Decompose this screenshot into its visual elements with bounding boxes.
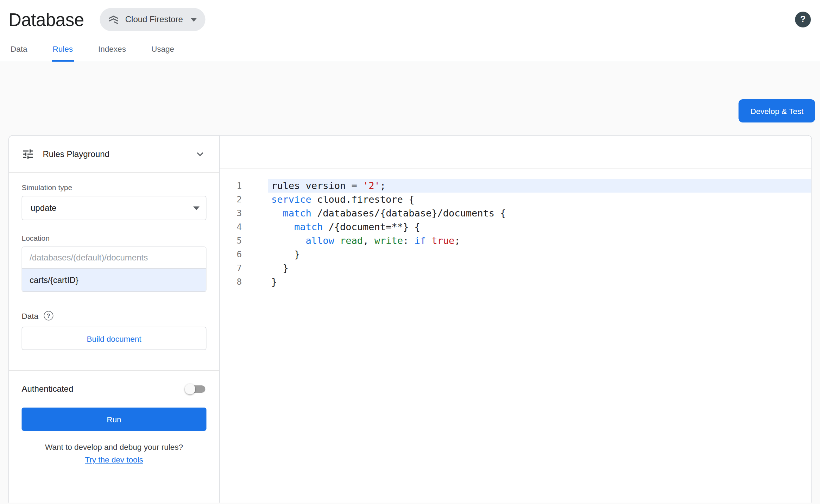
- line-number: 2: [220, 193, 268, 207]
- tab-indexes[interactable]: Indexes: [97, 37, 127, 62]
- code-lines[interactable]: 1rules_version = '2';2service cloud.fire…: [220, 169, 812, 503]
- rules-playground-panel: Rules Playground Simulation type update …: [9, 136, 220, 503]
- tab-usage[interactable]: Usage: [150, 37, 175, 62]
- code-line[interactable]: 6 }: [220, 248, 812, 262]
- dev-tools-section: Want to develop and debug your rules? Tr…: [9, 442, 219, 465]
- line-number: 1: [220, 179, 268, 193]
- code-text: }: [268, 275, 812, 289]
- code-line[interactable]: 5 allow read, write: if true;: [220, 234, 812, 248]
- rules-card: Rules Playground Simulation type update …: [8, 135, 812, 503]
- code-text: allow read, write: if true;: [268, 234, 812, 248]
- code-line[interactable]: 7 }: [220, 262, 812, 275]
- authenticated-row: Authenticated: [9, 371, 219, 405]
- tune-icon: [22, 147, 34, 160]
- code-line[interactable]: 2service cloud.firestore {: [220, 193, 812, 207]
- content-area: Develop & Test Rules Playground Simulati…: [0, 62, 820, 504]
- line-number: 7: [220, 262, 268, 275]
- code-line[interactable]: 8}: [220, 275, 812, 289]
- line-number: 6: [220, 248, 268, 262]
- dropdown-arrow-icon: [193, 206, 200, 210]
- code-text: match /databases/{database}/documents {: [268, 207, 812, 220]
- simulation-type-value: update: [31, 203, 193, 213]
- product-selector[interactable]: Cloud Firestore: [100, 8, 205, 31]
- data-label: Data: [22, 311, 39, 320]
- code-text: }: [268, 262, 812, 275]
- location-field-group: /databases/(default)/documents: [22, 247, 207, 292]
- simulation-type-label: Simulation type: [22, 183, 207, 192]
- run-wrap: Run: [9, 405, 219, 431]
- toggle-thumb: [185, 384, 195, 395]
- page-header: Database Cloud Firestore ?: [0, 0, 820, 37]
- dev-tools-link[interactable]: Try the dev tools: [85, 455, 143, 464]
- line-number: 3: [220, 207, 268, 220]
- data-label-row: Data ?: [22, 311, 207, 321]
- location-input[interactable]: [22, 268, 206, 291]
- product-selector-label: Cloud Firestore: [125, 15, 183, 24]
- dev-tools-question: Want to develop and debug your rules?: [9, 442, 219, 452]
- rules-playground-title: Rules Playground: [43, 149, 185, 159]
- tab-data[interactable]: Data: [10, 37, 29, 62]
- code-text: }: [268, 248, 812, 262]
- location-label: Location: [22, 234, 207, 242]
- simulation-type-select[interactable]: update: [22, 196, 207, 220]
- line-number: 4: [220, 220, 268, 234]
- run-button[interactable]: Run: [22, 408, 207, 431]
- page-title: Database: [8, 9, 84, 30]
- firebase-database-page: Database Cloud Firestore ? DataRulesInde…: [0, 0, 820, 504]
- code-line[interactable]: 1rules_version = '2';: [220, 179, 812, 193]
- code-text: match /{document=**} {: [268, 220, 812, 234]
- authenticated-label: Authenticated: [22, 384, 74, 394]
- rules-playground-header[interactable]: Rules Playground: [9, 136, 219, 173]
- line-number: 5: [220, 234, 268, 248]
- build-document-button[interactable]: Build document: [22, 327, 207, 350]
- playground-form: Simulation type update Location /databas…: [9, 173, 219, 371]
- firestore-icon: [107, 13, 120, 26]
- chevron-down-icon: [190, 18, 197, 21]
- help-icon[interactable]: ?: [795, 12, 811, 27]
- actions-row: Develop & Test: [0, 62, 820, 135]
- code-text: service cloud.firestore {: [268, 193, 812, 207]
- location-prefix: /databases/(default)/documents: [22, 247, 206, 268]
- code-line[interactable]: 3 match /databases/{database}/documents …: [220, 207, 812, 220]
- data-help-icon[interactable]: ?: [44, 311, 53, 321]
- line-number: 8: [220, 275, 268, 289]
- authenticated-toggle[interactable]: [187, 385, 206, 393]
- rules-editor: 1rules_version = '2';2service cloud.fire…: [220, 136, 812, 503]
- tab-bar: DataRulesIndexesUsage: [0, 37, 820, 62]
- tab-rules[interactable]: Rules: [52, 37, 74, 62]
- code-line[interactable]: 4 match /{document=**} {: [220, 220, 812, 234]
- chevron-down-icon[interactable]: [194, 147, 207, 160]
- code-text: rules_version = '2';: [268, 179, 812, 193]
- develop-test-button[interactable]: Develop & Test: [739, 99, 815, 122]
- editor-toolbar: [220, 136, 812, 169]
